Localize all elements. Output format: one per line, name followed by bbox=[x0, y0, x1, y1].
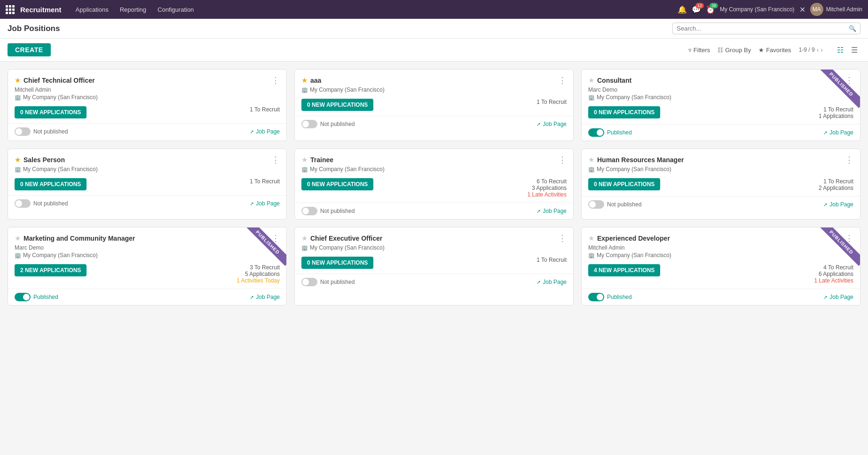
job-page-link[interactable]: ➚ Job Page bbox=[823, 294, 853, 300]
nav-configuration[interactable]: Configuration bbox=[153, 4, 198, 15]
job-page-link[interactable]: ➚ Job Page bbox=[250, 200, 280, 207]
card-middle: 0 NEW APPLICATIONS 1 To Recruit bbox=[301, 99, 567, 111]
list-view-button[interactable]: ☰ bbox=[848, 44, 860, 56]
external-link-icon: ➚ bbox=[537, 279, 541, 285]
card-footer: Not published ➚ Job Page bbox=[295, 203, 573, 219]
publish-label: Not published bbox=[33, 128, 68, 135]
new-applications-button[interactable]: 4 NEW APPLICATIONS bbox=[588, 264, 660, 276]
job-page-link[interactable]: ➚ Job Page bbox=[537, 208, 567, 214]
card-body: ★ aaa ⋮ 🏢 My Company (San Francisco) 0 N… bbox=[295, 70, 573, 116]
star-filled-icon[interactable]: ★ bbox=[15, 76, 21, 85]
card-menu-dots[interactable]: ⋮ bbox=[271, 234, 280, 243]
card-menu-dots[interactable]: ⋮ bbox=[558, 156, 567, 164]
brand-name: Recruitment bbox=[20, 6, 62, 14]
next-page[interactable]: › bbox=[821, 46, 823, 54]
recruit-info: 4 To Recruit 6 Applications 1 Late Activ… bbox=[814, 264, 853, 284]
recruit-info: 3 To Recruit 5 Applications 1 Activities… bbox=[237, 264, 280, 284]
nav-reporting[interactable]: Reporting bbox=[115, 4, 151, 15]
card-middle: 4 NEW APPLICATIONS 4 To Recruit 6 Applic… bbox=[588, 264, 853, 284]
clock-icon[interactable]: ⏰ 38 bbox=[706, 5, 715, 14]
new-applications-button[interactable]: 0 NEW APPLICATIONS bbox=[15, 106, 87, 118]
card-menu-dots[interactable]: ⋮ bbox=[845, 156, 853, 164]
to-recruit: 4 To Recruit bbox=[814, 264, 853, 271]
toggle-knob bbox=[597, 129, 603, 136]
star-empty-icon[interactable]: ★ bbox=[588, 234, 594, 243]
user-menu[interactable]: MA Mitchell Admin bbox=[810, 3, 862, 16]
star-empty-icon[interactable]: ★ bbox=[301, 234, 308, 243]
publish-switch[interactable] bbox=[588, 128, 604, 137]
card-menu-dots[interactable]: ⋮ bbox=[271, 76, 280, 85]
publish-switch[interactable] bbox=[15, 127, 31, 136]
new-applications-button[interactable]: 0 NEW APPLICATIONS bbox=[301, 257, 373, 269]
app-brand[interactable]: Recruitment bbox=[6, 5, 62, 14]
new-applications-button[interactable]: 0 NEW APPLICATIONS bbox=[301, 99, 373, 111]
card-menu-dots[interactable]: ⋮ bbox=[271, 156, 280, 164]
nav-applications[interactable]: Applications bbox=[71, 4, 113, 15]
card-title: Consultant bbox=[597, 77, 631, 84]
publish-switch[interactable] bbox=[301, 207, 317, 215]
card-footer: Not published ➚ Job Page bbox=[582, 196, 860, 212]
page-header: Job Positions 🔍 bbox=[0, 19, 868, 39]
card-subtitle: Marc Demo bbox=[588, 86, 853, 93]
card-menu-dots[interactable]: ⋮ bbox=[558, 76, 567, 85]
external-link-icon: ➚ bbox=[537, 208, 541, 214]
grid-icon bbox=[6, 5, 15, 14]
search-icon[interactable]: 🔍 bbox=[849, 25, 856, 32]
new-applications-button[interactable]: 0 NEW APPLICATIONS bbox=[15, 178, 87, 190]
new-applications-button[interactable]: 2 NEW APPLICATIONS bbox=[15, 264, 87, 276]
external-link-icon: ➚ bbox=[537, 121, 541, 127]
kanban-view-button[interactable]: ☷ bbox=[834, 44, 846, 56]
job-page-link[interactable]: ➚ Job Page bbox=[250, 128, 280, 135]
action-bar: CREATE ▿ Filters ☷ Group By ★ Favorites … bbox=[0, 39, 868, 62]
company-name[interactable]: My Company (San Francisco) bbox=[720, 6, 795, 13]
publish-label: Not published bbox=[320, 279, 355, 285]
job-page-link[interactable]: ➚ Job Page bbox=[823, 129, 853, 136]
card-menu-dots[interactable]: ⋮ bbox=[558, 234, 567, 243]
publish-label: Published bbox=[607, 294, 632, 300]
groupby-button[interactable]: ☷ Group By bbox=[718, 47, 751, 54]
create-button[interactable]: CREATE bbox=[8, 43, 51, 56]
activity-icon[interactable]: 🔔 bbox=[678, 5, 687, 14]
star-empty-icon[interactable]: ★ bbox=[588, 76, 594, 85]
job-card-human-resources-manager: ★ Human Resources Manager ⋮ 🏢 My Company… bbox=[581, 149, 860, 220]
new-applications-button[interactable]: 0 NEW APPLICATIONS bbox=[301, 178, 373, 190]
company-name: My Company (San Francisco) bbox=[597, 166, 671, 173]
star-filled-icon[interactable]: ★ bbox=[301, 76, 308, 85]
publish-switch[interactable] bbox=[15, 199, 31, 208]
building-icon: 🏢 bbox=[301, 87, 308, 93]
card-menu-dots[interactable]: ⋮ bbox=[845, 76, 853, 85]
card-body: ★ Chief Executive Officer ⋮ 🏢 My Company… bbox=[295, 228, 573, 274]
job-page-link[interactable]: ➚ Job Page bbox=[537, 121, 567, 127]
card-menu-dots[interactable]: ⋮ bbox=[845, 234, 853, 243]
job-page-link[interactable]: ➚ Job Page bbox=[250, 294, 280, 300]
card-body: ★ Consultant ⋮ Marc Demo 🏢 My Company (S… bbox=[582, 70, 860, 124]
recruit-info: 6 To Recruit 3 Applications 1 Late Activ… bbox=[528, 178, 567, 198]
card-header: ★ Sales Person ⋮ bbox=[15, 156, 280, 164]
publish-switch[interactable] bbox=[15, 293, 31, 301]
publish-switch[interactable] bbox=[588, 293, 604, 301]
to-recruit: 1 To Recruit bbox=[250, 178, 280, 185]
search-input[interactable] bbox=[677, 25, 849, 32]
card-title-row: ★ Marketing and Community Manager bbox=[15, 234, 135, 243]
publish-switch[interactable] bbox=[588, 200, 604, 209]
card-body: ★ Marketing and Community Manager ⋮ Marc… bbox=[8, 228, 286, 289]
star-empty-icon[interactable]: ★ bbox=[301, 156, 308, 164]
card-company: 🏢 My Company (San Francisco) bbox=[588, 94, 853, 101]
publish-switch[interactable] bbox=[301, 278, 317, 286]
new-applications-button[interactable]: 0 NEW APPLICATIONS bbox=[588, 178, 660, 190]
prev-page[interactable]: ‹ bbox=[817, 46, 819, 54]
star-empty-icon[interactable]: ★ bbox=[15, 234, 21, 243]
publish-label: Not published bbox=[320, 208, 355, 214]
new-applications-button[interactable]: 0 NEW APPLICATIONS bbox=[588, 106, 660, 118]
publish-switch[interactable] bbox=[301, 120, 317, 128]
filters-button[interactable]: ▿ Filters bbox=[688, 47, 710, 54]
job-page-link[interactable]: ➚ Job Page bbox=[823, 201, 853, 208]
favorites-button[interactable]: ★ Favorites bbox=[758, 47, 791, 54]
search-bar[interactable]: 🔍 bbox=[672, 23, 860, 34]
job-page-link[interactable]: ➚ Job Page bbox=[537, 279, 567, 285]
star-filled-icon[interactable]: ★ bbox=[15, 156, 21, 164]
to-recruit: 3 To Recruit bbox=[237, 264, 280, 271]
settings-icon[interactable]: ✕ bbox=[799, 5, 805, 14]
star-empty-icon[interactable]: ★ bbox=[588, 156, 594, 164]
messages-icon[interactable]: 💬 12 bbox=[692, 5, 701, 14]
